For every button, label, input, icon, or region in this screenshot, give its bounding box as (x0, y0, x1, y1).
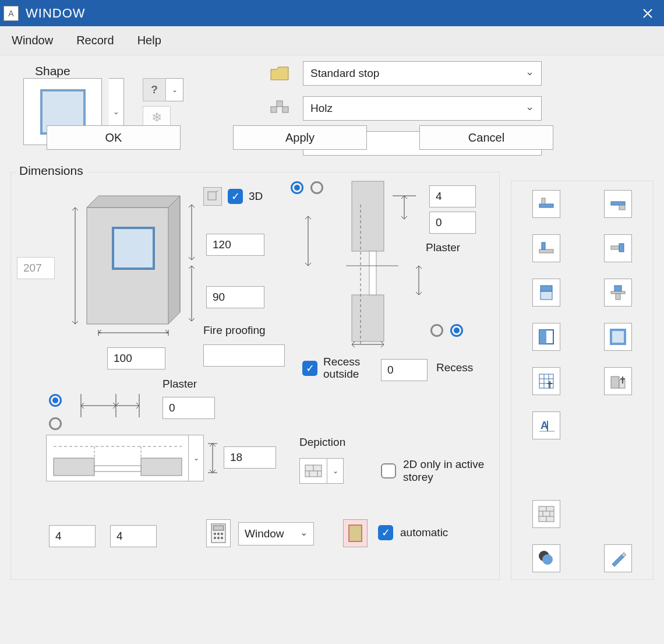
ok-button[interactable]: OK (47, 125, 181, 150)
menu-window[interactable]: Window (12, 34, 53, 47)
radio-section-bot-b[interactable] (450, 324, 463, 337)
palette-color-edit[interactable] (532, 544, 560, 572)
svg-rect-60 (539, 374, 553, 388)
svg-rect-11 (208, 192, 216, 200)
folder-icon (268, 66, 291, 81)
window-select[interactable]: Window ⌄ (238, 522, 314, 546)
label-3d: 3D (249, 190, 263, 203)
svg-point-38 (214, 533, 216, 535)
input-height-120[interactable]: 120 (206, 234, 264, 256)
color-swatch-button[interactable] (343, 519, 368, 547)
svg-rect-54 (614, 286, 621, 291)
svg-rect-18 (54, 458, 94, 476)
input-wall-thickness[interactable]: 18 (224, 446, 276, 469)
vertical-section-diagram (288, 178, 433, 350)
input-plaster-left[interactable]: 0 (163, 397, 215, 419)
color-swatch-icon (348, 525, 362, 542)
cancel-button[interactable]: Cancel (419, 125, 553, 150)
label-automatic: automatic (400, 526, 448, 539)
palette-blind[interactable] (532, 279, 560, 307)
dimensions-label: Dimensions (16, 164, 87, 178)
apply-button[interactable]: Apply (233, 125, 367, 150)
svg-rect-48 (539, 249, 553, 253)
material-value: Holz (310, 102, 333, 115)
svg-point-43 (221, 537, 223, 539)
profile-icon (268, 100, 291, 117)
calculator-button[interactable] (206, 519, 231, 547)
input-bottom-b[interactable]: 4 (110, 525, 157, 547)
svg-rect-56 (616, 294, 620, 300)
section-diagram[interactable] (46, 435, 189, 481)
svg-rect-1 (271, 107, 277, 112)
question-icon: ? (151, 83, 158, 96)
input-height-90[interactable]: 90 (206, 286, 264, 308)
svg-rect-2 (282, 107, 288, 112)
checkbox-automatic[interactable]: ✓ (378, 525, 393, 540)
titlebar: A WINDOW (0, 0, 664, 26)
svg-marker-4 (87, 196, 180, 207)
svg-rect-58 (539, 330, 546, 344)
svg-rect-52 (541, 286, 552, 291)
input-207[interactable]: 207 (17, 257, 55, 279)
palette-label-settings[interactable]: A (532, 411, 560, 439)
radio-plaster-left-off[interactable] (49, 417, 62, 430)
wall-3d-diagram (69, 190, 192, 342)
input-fire-proofing[interactable] (203, 344, 285, 367)
help-button[interactable]: ? (143, 78, 166, 101)
svg-rect-44 (539, 204, 553, 207)
svg-rect-26 (352, 181, 384, 251)
checkbox-recess-outside[interactable]: ✓ (302, 361, 317, 376)
svg-point-42 (217, 537, 220, 539)
help-dropdown-caret[interactable]: ⌄ (166, 78, 183, 101)
input-bottom-a[interactable]: 4 (49, 525, 96, 547)
dim-arrow-left (69, 207, 81, 324)
palette-reveal-interior[interactable] (604, 234, 632, 262)
input-top-4[interactable]: 4 (429, 185, 476, 207)
palette-pen-edit[interactable] (604, 544, 632, 572)
close-button[interactable] (634, 0, 661, 26)
checkbox-3d[interactable]: ✓ (228, 189, 243, 204)
palette-wall-settings[interactable] (604, 367, 632, 395)
svg-rect-59 (611, 330, 625, 344)
stop-dropdown[interactable]: Standard stop (303, 61, 542, 86)
checkbox-2d-only[interactable] (381, 463, 396, 478)
svg-rect-19 (141, 458, 182, 476)
radio-section-bot-a[interactable] (430, 324, 443, 337)
input-recess-outside[interactable]: 0 (381, 359, 428, 381)
svg-point-41 (214, 537, 216, 539)
section-dropdown-caret[interactable]: ⌄ (189, 435, 204, 481)
palette-sill-interior[interactable] (604, 190, 632, 218)
svg-rect-20 (94, 466, 141, 471)
material-dropdown[interactable]: Holz (303, 96, 542, 121)
palette-grid-settings[interactable] (532, 367, 560, 395)
input-top-0[interactable]: 0 (429, 212, 476, 234)
svg-rect-49 (542, 242, 545, 249)
view-mode-icon[interactable] (203, 187, 222, 206)
svg-rect-46 (611, 202, 625, 205)
depiction-icon-button[interactable] (299, 458, 327, 484)
svg-point-78 (542, 554, 553, 565)
close-icon (643, 9, 652, 18)
svg-line-12 (216, 191, 218, 192)
radio-plaster-left-on[interactable] (49, 394, 62, 407)
palette-shutter[interactable] (604, 279, 632, 307)
palette-frame[interactable] (604, 323, 632, 351)
depiction-dropdown-caret[interactable]: ⌄ (327, 458, 344, 484)
plaster-left-label: Plaster (163, 378, 197, 390)
menu-record[interactable]: Record (76, 34, 114, 47)
menu-help[interactable]: Help (137, 34, 161, 47)
svg-point-40 (221, 533, 223, 535)
palette-sill-exterior[interactable] (532, 190, 560, 218)
input-width-100[interactable]: 100 (107, 347, 165, 369)
palette-sash[interactable] (532, 323, 560, 351)
menubar: Window Record Help (0, 26, 664, 55)
app-icon: A (3, 6, 19, 21)
fire-proofing-label: Fire proofing (203, 324, 266, 337)
svg-rect-47 (619, 205, 625, 210)
svg-rect-27 (352, 295, 384, 342)
svg-rect-65 (611, 376, 619, 388)
svg-rect-6 (113, 228, 154, 269)
palette-wall-material[interactable] (532, 500, 560, 528)
svg-rect-28 (369, 251, 376, 295)
palette-reveal-exterior[interactable] (532, 234, 560, 262)
